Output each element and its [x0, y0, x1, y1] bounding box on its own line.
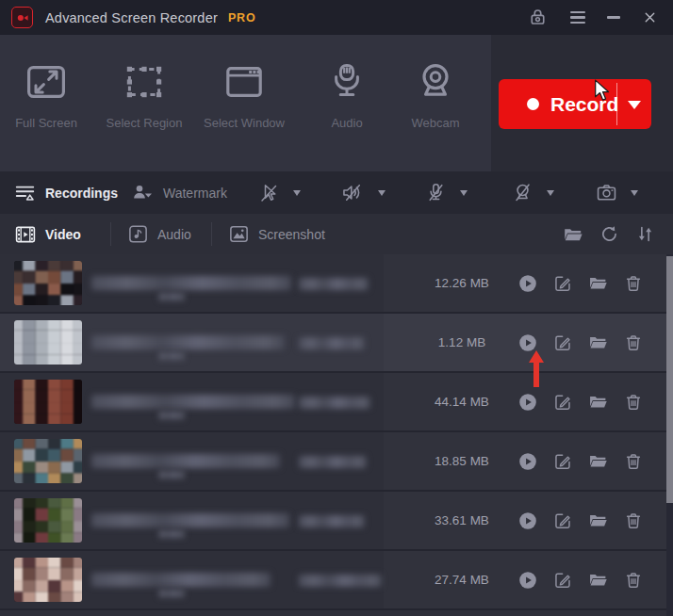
toggle-click-effects[interactable] — [256, 171, 301, 214]
delete-button[interactable] — [623, 332, 644, 353]
app-title: Advanced Screen Recorder — [45, 10, 218, 25]
edit-button[interactable] — [552, 511, 573, 531]
blurred-filename — [91, 513, 289, 527]
blurred-filename — [91, 276, 291, 290]
app-logo-icon — [11, 7, 33, 28]
lock-icon[interactable] — [527, 7, 549, 28]
tab-video[interactable]: Video — [14, 214, 81, 254]
toggle-webcam[interactable] — [511, 171, 554, 214]
video-thumbnail[interactable] — [14, 498, 82, 543]
tool-select-window[interactable]: Select Window — [191, 59, 297, 130]
tab-watermark[interactable]: Watermark — [130, 171, 227, 214]
row-right-column: 12.26 MB — [384, 254, 666, 312]
recording-row-6[interactable]: 27.74 MB — [0, 551, 673, 610]
play-button[interactable] — [517, 451, 538, 472]
tab-recordings[interactable]: Recordings — [13, 171, 118, 214]
nav-row: Recordings Watermark — [0, 171, 673, 215]
open-folder-button[interactable] — [587, 391, 609, 413]
chevron-down-icon[interactable] — [631, 190, 638, 196]
tab-audio-label: Audio — [157, 227, 191, 242]
video-thumbnail[interactable] — [14, 380, 82, 424]
tab-video-label: Video — [45, 227, 81, 242]
chevron-down-icon[interactable] — [293, 190, 301, 196]
tool-webcam[interactable]: Webcam — [383, 59, 488, 130]
row-right-column: 27.74 MB — [384, 551, 666, 608]
video-thumbnail[interactable] — [14, 320, 82, 365]
delete-button[interactable] — [623, 273, 644, 294]
blurred-date — [299, 515, 365, 527]
edit-button[interactable] — [552, 392, 573, 413]
blurred-date — [299, 456, 367, 468]
close-icon[interactable] — [642, 9, 658, 25]
blurred-text — [158, 293, 185, 300]
video-thumbnail[interactable] — [14, 558, 82, 602]
video-thumbnail[interactable] — [14, 439, 82, 483]
tab-divider — [211, 222, 212, 246]
record-dropdown-caret-icon[interactable] — [628, 101, 641, 109]
video-thumbnail[interactable] — [14, 261, 82, 305]
record-button[interactable]: Record — [499, 79, 651, 129]
minimize-icon[interactable] — [607, 16, 620, 18]
edit-button[interactable] — [552, 570, 573, 591]
select-window-icon — [222, 59, 267, 105]
open-folder-button[interactable] — [587, 510, 609, 531]
tool-label: Select Region — [107, 116, 183, 130]
recording-row-5[interactable]: 33.61 MB — [0, 492, 673, 551]
play-button[interactable] — [517, 392, 538, 413]
open-folder-button[interactable] — [587, 332, 609, 353]
open-folder-icon[interactable] — [562, 223, 584, 246]
recording-row-2[interactable]: 1.12 MB — [0, 314, 673, 373]
toggle-screenshot[interactable] — [595, 171, 638, 214]
window-controls — [527, 7, 673, 28]
open-folder-button[interactable] — [587, 272, 609, 294]
record-dot-icon — [527, 98, 539, 110]
menu-icon[interactable] — [570, 11, 585, 24]
chevron-down-icon[interactable] — [378, 190, 386, 196]
chevron-down-icon[interactable] — [547, 190, 554, 196]
webcam-icon — [413, 59, 458, 105]
delete-button[interactable] — [623, 392, 644, 413]
blurred-filename — [91, 454, 280, 468]
play-button[interactable] — [517, 273, 538, 294]
open-folder-button[interactable] — [587, 450, 609, 472]
sort-icon[interactable] — [634, 223, 656, 245]
microphone-muted-icon — [424, 181, 448, 204]
play-button[interactable] — [517, 570, 538, 591]
delete-button[interactable] — [623, 511, 644, 531]
screenshot-icon — [228, 223, 250, 245]
click-effects-icon — [256, 182, 281, 204]
blurred-text — [158, 352, 185, 360]
toggle-microphone[interactable] — [424, 171, 468, 214]
play-button[interactable] — [517, 511, 538, 531]
file-size: 18.85 MB — [384, 454, 514, 468]
toggle-system-sound[interactable] — [340, 171, 386, 214]
open-folder-button[interactable] — [587, 569, 609, 591]
webcam-muted-icon — [511, 181, 534, 204]
select-region-icon — [122, 59, 167, 105]
edit-button[interactable] — [552, 451, 573, 472]
tool-select-region[interactable]: Select Region — [91, 59, 197, 130]
blurred-date — [299, 575, 382, 587]
row-right-column: 44.14 MB — [384, 373, 666, 430]
tab-screenshot[interactable]: Screenshot — [228, 214, 325, 254]
scrollbar-thumb[interactable] — [666, 256, 673, 503]
recording-row-4[interactable]: 18.85 MB — [0, 432, 673, 492]
refresh-icon[interactable] — [599, 223, 620, 245]
blurred-text — [158, 530, 185, 538]
tab-screenshot-label: Screenshot — [258, 227, 325, 242]
tab-audio[interactable]: Audio — [127, 214, 191, 254]
recording-row-3[interactable]: 44.14 MB — [0, 373, 673, 432]
delete-button[interactable] — [623, 570, 644, 591]
delete-button[interactable] — [623, 451, 644, 472]
row-right-column: 33.61 MB — [384, 492, 666, 549]
blurred-filename — [91, 335, 285, 349]
row-right-column: 18.85 MB — [384, 432, 666, 490]
tool-full-screen[interactable]: Full Screen — [0, 59, 99, 130]
edit-button[interactable] — [552, 332, 573, 353]
library-actions — [562, 214, 656, 254]
blurred-date — [299, 278, 369, 290]
chevron-down-icon[interactable] — [460, 190, 468, 196]
blurred-text — [158, 471, 185, 478]
recording-row-1[interactable]: 12.26 MB — [0, 254, 673, 314]
edit-button[interactable] — [552, 273, 573, 294]
